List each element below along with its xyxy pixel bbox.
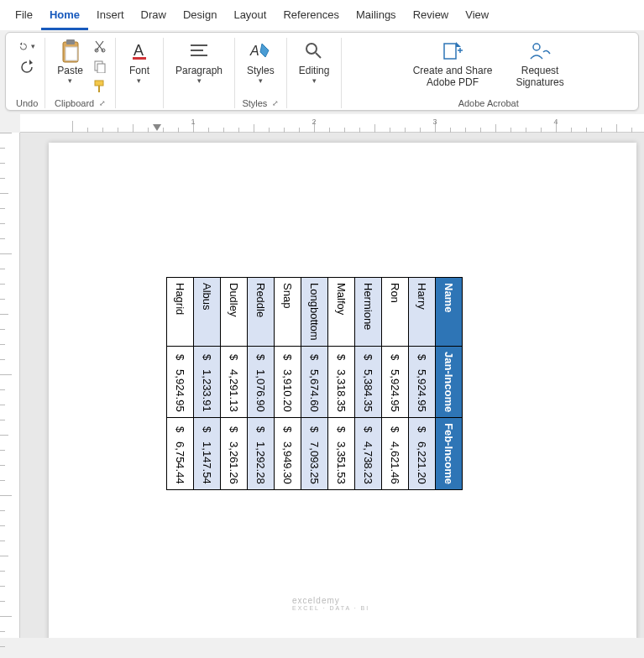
svg-rect-6 <box>97 64 105 73</box>
font-icon: A <box>128 39 151 63</box>
tab-design[interactable]: Design <box>175 3 225 30</box>
undo-button[interactable]: ▾ <box>18 38 35 55</box>
group-undo-label: Undo <box>16 98 38 108</box>
styles-button[interactable]: A Styles ▾ <box>242 38 280 86</box>
tab-file[interactable]: File <box>7 3 41 30</box>
cell-feb: $ 3,261.26 <box>221 417 248 489</box>
table-row: Hermione$ 5,384.35$ 4,738.23 <box>355 278 382 490</box>
group-clipboard: Paste ▾ Clipboard⤢ <box>45 38 116 108</box>
font-button[interactable]: A Font ▾ <box>123 38 156 86</box>
create-pdf-label: Create and Share Adobe PDF <box>413 65 493 88</box>
chevron-down-icon: ▾ <box>68 76 72 85</box>
svg-rect-16 <box>444 44 456 59</box>
redo-button[interactable] <box>18 58 35 75</box>
tab-mailings[interactable]: Mailings <box>348 3 405 30</box>
group-clipboard-label: Clipboard <box>55 98 94 108</box>
paragraph-button[interactable]: Paragraph ▾ <box>170 38 228 86</box>
table-row: Albus$ 1,233.91$ 1,147.54 <box>194 278 221 490</box>
ruler-horizontal: 1234 <box>20 114 644 133</box>
font-label: Font <box>129 65 149 76</box>
cell-jan: $ 5,924.95 <box>382 346 409 417</box>
cell-feb: $ 1,147.54 <box>194 417 221 489</box>
cell-jan: $ 5,674.60 <box>301 346 328 417</box>
cell-feb: $ 3,949.30 <box>275 417 301 489</box>
svg-text:A: A <box>249 44 259 58</box>
signature-icon <box>528 39 552 63</box>
cell-feb: $ 4,738.23 <box>355 417 382 489</box>
income-table: NameJan-IncomeFeb-IncomeHarry$ 5,924.95$… <box>166 277 463 490</box>
cell-feb: $ 7,093.25 <box>301 417 328 489</box>
cell-jan: $ 1,076.90 <box>248 346 275 417</box>
group-editing: Editing ▾ <box>287 38 343 108</box>
ruler-mark: 3 <box>432 118 437 126</box>
paragraph-icon <box>187 39 211 63</box>
svg-rect-2 <box>65 47 77 60</box>
styles-launcher-icon[interactable]: ⤢ <box>272 99 279 107</box>
request-signatures-label: Request Signatures <box>516 65 563 88</box>
indent-marker-icon[interactable] <box>153 124 161 131</box>
cell-feb: $ 1,292.28 <box>248 417 275 489</box>
group-font: A Font ▾ <box>116 38 164 108</box>
table-row: Snap$ 3,910.20$ 3,949.30 <box>275 278 301 490</box>
chevron-down-icon: ▾ <box>197 76 202 85</box>
cell-feb: $ 3,351.53 <box>328 417 355 489</box>
tab-view[interactable]: View <box>457 3 497 30</box>
editing-label: Editing <box>299 65 330 76</box>
ruler-vertical <box>0 133 20 638</box>
menu-tabs: FileHomeInsertDrawDesignLayoutReferences… <box>0 0 644 30</box>
tab-insert[interactable]: Insert <box>88 3 133 30</box>
table-row: Harry$ 5,924.95$ 6,221.20 <box>409 278 436 490</box>
table-row: Reddle$ 1,076.90$ 1,292.28 <box>248 278 275 490</box>
table-row: Hagrid$ 5,924.95$ 6,754.44 <box>167 278 194 490</box>
cell-feb: $ 4,621.46 <box>382 417 409 489</box>
cell-jan: $ 5,384.35 <box>355 346 382 417</box>
ribbon: ▾ Undo Paste ▾ <box>5 32 639 111</box>
cut-button[interactable] <box>92 38 108 55</box>
group-styles: A Styles ▾ Styles⤢ <box>235 38 287 108</box>
cell-name: Hagrid <box>167 278 194 347</box>
tab-draw[interactable]: Draw <box>133 3 175 30</box>
cell-feb: $ 6,754.44 <box>167 417 194 489</box>
styles-label: Styles <box>247 65 275 76</box>
cell-jan: $ 5,924.95 <box>167 346 194 417</box>
clipboard-icon <box>59 39 82 63</box>
group-styles-label: Styles <box>242 98 267 108</box>
svg-point-17 <box>533 44 540 50</box>
page: NameJan-IncomeFeb-IncomeHarry$ 5,924.95$… <box>49 143 636 638</box>
cell-name: Snap <box>275 278 301 347</box>
clipboard-launcher-icon[interactable]: ⤢ <box>99 99 106 107</box>
cell-name: Malfoy <box>328 278 355 347</box>
cell-feb: $ 6,221.20 <box>409 417 436 489</box>
svg-point-14 <box>306 44 317 54</box>
tab-references[interactable]: References <box>275 3 347 30</box>
tab-review[interactable]: Review <box>405 3 458 30</box>
editing-button[interactable]: Editing ▾ <box>294 38 335 86</box>
cell-name: Hermione <box>355 278 382 347</box>
chevron-down-icon: ▾ <box>312 76 317 85</box>
format-painter-button[interactable] <box>92 78 108 95</box>
group-undo: ▾ Undo <box>9 38 45 108</box>
pdf-share-icon <box>441 39 464 63</box>
paragraph-label: Paragraph <box>175 65 223 76</box>
cell-jan: $ 1,233.91 <box>194 346 221 417</box>
paste-button[interactable]: Paste ▾ <box>52 38 88 86</box>
create-pdf-button[interactable]: Create and Share Adobe PDF <box>408 38 498 90</box>
group-acrobat: Create and Share Adobe PDF Request Signa… <box>342 38 635 108</box>
tab-layout[interactable]: Layout <box>225 3 275 30</box>
document-area: NameJan-IncomeFeb-IncomeHarry$ 5,924.95$… <box>20 133 644 638</box>
editing-icon <box>302 39 326 63</box>
request-signatures-button[interactable]: Request Signatures <box>510 38 568 90</box>
group-acrobat-label: Adobe Acrobat <box>458 98 519 108</box>
svg-line-15 <box>316 53 321 58</box>
tab-home[interactable]: Home <box>41 3 88 30</box>
copy-button[interactable] <box>92 58 108 75</box>
cell-name: Ron <box>382 278 409 347</box>
cell-jan: $ 3,910.20 <box>275 346 301 417</box>
table-row: Malfoy$ 3,318.35$ 3,351.53 <box>328 278 355 490</box>
table-header: Name <box>436 278 463 347</box>
svg-rect-1 <box>66 39 75 44</box>
watermark-text: exceldemy <box>292 596 340 605</box>
cell-name: Longbottom <box>301 278 328 347</box>
svg-rect-9 <box>133 57 146 60</box>
cell-name: Albus <box>194 278 221 347</box>
